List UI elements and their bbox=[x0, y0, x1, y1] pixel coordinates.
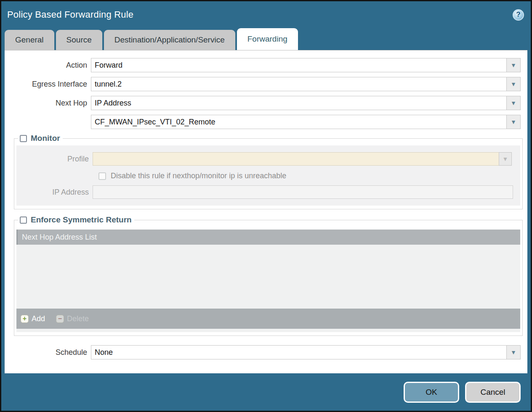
dialog-title: Policy Based Forwarding Rule bbox=[7, 9, 133, 20]
table-bottom-strip bbox=[16, 329, 520, 332]
monitor-section: Profile ▼ Disable this rule if nexthop/m… bbox=[16, 145, 520, 206]
monitor-ip-address-input bbox=[93, 185, 513, 199]
dialog-footer: OK Cancel bbox=[1, 373, 531, 411]
enforce-symmetric-return-legend: Enforce Symmetric Return bbox=[18, 215, 134, 224]
next-hop-type-input[interactable] bbox=[91, 96, 507, 110]
action-dropdown-button[interactable]: ▼ bbox=[506, 58, 521, 72]
next-hop-address-list-table: Next Hop Address List + Add − Delete bbox=[16, 230, 520, 332]
disable-rule-checkbox bbox=[98, 172, 106, 180]
chevron-down-icon: ▼ bbox=[511, 349, 516, 355]
next-hop-dropdown-button[interactable]: ▼ bbox=[506, 96, 521, 110]
profile-row: Profile ▼ bbox=[16, 152, 516, 166]
cancel-button[interactable]: Cancel bbox=[465, 382, 521, 403]
chevron-down-icon: ▼ bbox=[511, 62, 516, 68]
schedule-label: Schedule bbox=[5, 348, 91, 357]
action-input[interactable] bbox=[91, 58, 507, 72]
next-hop-address-row: ▼ bbox=[5, 115, 527, 129]
tab-destination-application-service[interactable]: Destination/Application/Service bbox=[104, 30, 235, 50]
action-combo: ▼ bbox=[91, 58, 521, 72]
profile-dropdown-button: ▼ bbox=[499, 152, 512, 166]
ok-button[interactable]: OK bbox=[404, 382, 459, 403]
tab-forwarding-label: Forwarding bbox=[247, 34, 287, 44]
chevron-down-icon: ▼ bbox=[511, 81, 516, 87]
next-hop-address-input[interactable] bbox=[91, 115, 507, 129]
chevron-down-icon: ▼ bbox=[511, 100, 516, 106]
next-hop-address-list-header: Next Hop Address List bbox=[16, 230, 520, 245]
schedule-input[interactable] bbox=[91, 345, 507, 359]
next-hop-address-dropdown-button[interactable]: ▼ bbox=[506, 115, 521, 129]
next-hop-combo: ▼ bbox=[91, 96, 521, 110]
monitor-legend: Monitor bbox=[18, 134, 63, 143]
tab-general[interactable]: General bbox=[5, 30, 54, 50]
egress-interface-label: Egress Interface bbox=[5, 80, 91, 89]
profile-input bbox=[93, 152, 499, 166]
profile-label: Profile bbox=[16, 155, 93, 164]
action-row: Action ▼ bbox=[5, 58, 527, 72]
egress-interface-dropdown-button[interactable]: ▼ bbox=[506, 77, 521, 91]
monitor-fieldset: Monitor Profile ▼ Disable this rule if n… bbox=[14, 134, 523, 209]
next-hop-label: Next Hop bbox=[5, 99, 91, 108]
table-toolbar: + Add − Delete bbox=[16, 309, 520, 329]
schedule-dropdown-button[interactable]: ▼ bbox=[506, 345, 521, 359]
schedule-combo: ▼ bbox=[91, 345, 521, 359]
monitor-ip-address-row: IP Address bbox=[16, 185, 516, 199]
enforce-symmetric-return-checkbox[interactable] bbox=[20, 217, 27, 224]
monitor-checkbox[interactable] bbox=[20, 135, 27, 142]
monitor-ip-address-label: IP Address bbox=[16, 188, 93, 197]
next-hop-address-list-body[interactable] bbox=[16, 245, 520, 309]
delete-button-label: Delete bbox=[67, 314, 89, 323]
chevron-down-icon: ▼ bbox=[503, 156, 508, 162]
help-icon[interactable]: ? bbox=[513, 9, 524, 21]
next-hop-address-combo: ▼ bbox=[91, 115, 521, 129]
title-bar: Policy Based Forwarding Rule ? bbox=[1, 1, 531, 28]
egress-interface-input[interactable] bbox=[91, 77, 507, 91]
chevron-down-icon: ▼ bbox=[511, 119, 516, 125]
add-button[interactable]: + Add bbox=[21, 314, 45, 323]
next-hop-row: Next Hop ▼ bbox=[5, 96, 527, 110]
delete-minus-icon: − bbox=[56, 315, 64, 323]
tab-source-label: Source bbox=[66, 35, 92, 45]
monitor-legend-label: Monitor bbox=[31, 134, 60, 143]
tab-bar: General Source Destination/Application/S… bbox=[1, 28, 531, 50]
egress-interface-combo: ▼ bbox=[91, 77, 521, 91]
tab-general-label: General bbox=[15, 35, 44, 45]
disable-rule-label: Disable this rule if nexthop/monitor ip … bbox=[111, 172, 286, 180]
tab-destination-application-service-label: Destination/Application/Service bbox=[114, 35, 225, 45]
add-plus-icon: + bbox=[21, 315, 29, 323]
add-button-label: Add bbox=[32, 314, 45, 323]
tab-forwarding[interactable]: Forwarding bbox=[237, 28, 298, 50]
tab-source[interactable]: Source bbox=[56, 30, 102, 50]
enforce-symmetric-return-legend-label: Enforce Symmetric Return bbox=[31, 215, 132, 224]
forwarding-tab-panel: Action ▼ Egress Interface ▼ Next Hop bbox=[5, 50, 527, 373]
action-label: Action bbox=[5, 61, 91, 70]
delete-button: − Delete bbox=[56, 314, 89, 323]
enforce-symmetric-return-fieldset: Enforce Symmetric Return Next Hop Addres… bbox=[14, 215, 523, 336]
policy-based-forwarding-rule-dialog: Policy Based Forwarding Rule ? General S… bbox=[0, 0, 532, 412]
schedule-row: Schedule ▼ bbox=[5, 345, 527, 359]
egress-interface-row: Egress Interface ▼ bbox=[5, 77, 527, 91]
disable-rule-row: Disable this rule if nexthop/monitor ip … bbox=[98, 172, 516, 180]
